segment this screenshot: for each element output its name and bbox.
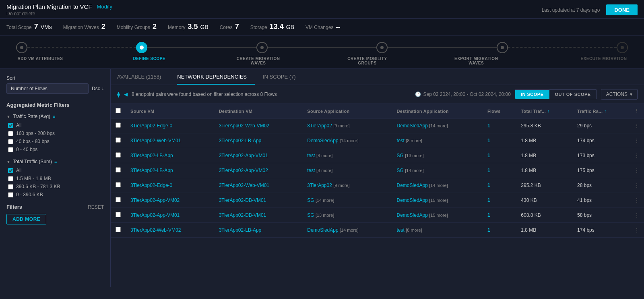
filter-traffic-rate-label: Traffic Rate (Avg)	[13, 114, 50, 119]
sort-label: Sort	[6, 75, 104, 81]
step-line-2	[147, 47, 256, 48]
step-circle-2[interactable]	[136, 42, 147, 53]
row-checkbox-5[interactable]	[111, 193, 126, 208]
progress-steps: ADD VM ATTRIBUTES DEFINE SCOPE CREATE MI…	[0, 35, 644, 69]
chevron-down-icon: ▼	[6, 114, 10, 119]
filters-label: Filters	[6, 204, 22, 210]
tabs-bar: AVAILABLE (1158) NETWORK DEPENDENCIES IN…	[111, 69, 644, 85]
done-button[interactable]: DONE	[606, 4, 638, 15]
main-content: Sort Number of Flows Traffic Rate Total …	[0, 69, 644, 287]
col-traffic-rate[interactable]: Traffic Ra... ↕	[572, 104, 630, 118]
col-flows[interactable]: Flows	[483, 104, 516, 118]
step-circle-3[interactable]	[256, 42, 268, 53]
step-circle-4[interactable]	[376, 42, 388, 53]
row-traffic-rate-2: 173 bps	[572, 148, 630, 163]
stat-vm-changes: VM Changes --	[305, 23, 340, 31]
row-dest-app-0: DemoSledApp [14 more]	[392, 118, 483, 133]
row-source-app-7: DemoSledApp [14 more]	[302, 223, 392, 238]
step-line-3	[268, 47, 376, 48]
tab-available[interactable]: AVAILABLE (1158)	[117, 69, 169, 85]
filter-option-0-390kb[interactable]: 0 - 390.6 KB	[8, 192, 104, 197]
filter-option-all-total[interactable]: All	[8, 168, 104, 173]
row-flows-5: 1	[483, 193, 516, 208]
in-scope-button[interactable]: IN SCOPE	[515, 90, 549, 99]
filter-option-0-40[interactable]: 0 - 40 bps	[8, 147, 104, 152]
row-source-vm-1: 3TierApp02-Web-VM01	[126, 133, 214, 148]
row-checkbox-1[interactable]	[111, 133, 126, 148]
stat-cores: Cores 7	[220, 23, 239, 31]
filter-group-header-traffic[interactable]: ▼ Traffic Rate (Avg) ≡	[6, 114, 104, 119]
row-traffic-rate-1: 174 bps	[572, 133, 630, 148]
table-row: 3TierApp02-Web-VM02 3TierApp02-LB-App De…	[111, 223, 644, 238]
row-source-app-0: 3TierApp02 [9 more]	[302, 118, 392, 133]
chevron-down-icon-actions: ▾	[630, 91, 632, 97]
step-label-5: EXPORT MIGRATION WAVES	[452, 56, 500, 65]
add-more-button[interactable]: ADD MORE	[6, 214, 46, 224]
table-body: 3TierApp02-Edge-0 3TierApp02-Web-VM02 3T…	[111, 118, 644, 238]
filter-option-40-80[interactable]: 40 bps - 80 bps	[8, 139, 104, 144]
col-menu[interactable]: ⋮	[630, 104, 644, 118]
row-checkbox-4[interactable]	[111, 178, 126, 193]
row-menu-7[interactable]: ⋮	[630, 223, 644, 238]
row-checkbox-0[interactable]	[111, 118, 126, 133]
filter-bar-left: ⧫ ◀ 8 endpoint pairs were found based on…	[117, 91, 277, 98]
row-menu-1[interactable]: ⋮	[630, 133, 644, 148]
row-menu-3[interactable]: ⋮	[630, 163, 644, 178]
last-updated-text: Last updated at 7 days ago	[542, 7, 600, 13]
row-source-vm-2: 3TierApp02-LB-App	[126, 148, 214, 163]
col-checkbox	[111, 104, 126, 118]
row-source-vm-5: 3TierApp02-App-VM02	[126, 193, 214, 208]
row-menu-0[interactable]: ⋮	[630, 118, 644, 133]
col-dest-app[interactable]: Destination Application	[392, 104, 483, 118]
filter-section-title: Aggregated Metric Filters	[6, 102, 104, 108]
select-all-checkbox[interactable]	[116, 108, 121, 113]
sort-direction[interactable]: Dsc ↓	[92, 86, 104, 91]
row-dest-vm-6: 3TierApp02-DB-VM01	[214, 208, 303, 223]
actions-button[interactable]: ACTIONS ▾	[601, 89, 638, 100]
row-menu-5[interactable]: ⋮	[630, 193, 644, 208]
row-checkbox-3[interactable]	[111, 163, 126, 178]
row-dest-app-7: test [8 more]	[392, 223, 483, 238]
tab-network-dependencies[interactable]: NETWORK DEPENDENCIES	[177, 69, 255, 85]
row-dest-vm-7: 3TierApp02-LB-App	[214, 223, 303, 238]
step-label-1: ADD VM ATTRIBUTES	[16, 56, 64, 61]
modify-link[interactable]: Modify	[97, 4, 112, 10]
row-traffic-rate-3: 175 bps	[572, 163, 630, 178]
filter-group-header-total[interactable]: ▼ Total Traffic (Sum) ≡	[6, 159, 104, 164]
row-dest-vm-1: 3TierApp02-LB-App	[214, 133, 303, 148]
filter-funnel-icon[interactable]: ⧫	[117, 91, 120, 98]
page-header: Migration Plan Migration to VCF Modify D…	[0, 0, 644, 19]
row-checkbox-6[interactable]	[111, 208, 126, 223]
table-row: 3TierApp02-App-VM01 3TierApp02-DB-VM01 S…	[111, 208, 644, 223]
filter-option-390-781kb[interactable]: 390.6 KB - 781.3 KB	[8, 184, 104, 189]
row-total-traffic-1: 1.8 MB	[516, 133, 572, 148]
col-dest-vm[interactable]: Destination VM	[214, 104, 303, 118]
sort-controls: Number of Flows Traffic Rate Total Traff…	[6, 83, 104, 94]
header-right: Last updated at 7 days ago DONE	[542, 4, 638, 15]
page-title: Migration Plan Migration to VCF	[6, 3, 92, 10]
sort-select[interactable]: Number of Flows Traffic Rate Total Traff…	[6, 83, 89, 94]
date-range-text: Sep 02 2024, 20:00 - Oct 02 2024, 20:00	[423, 91, 511, 97]
row-dest-app-6: DemoSledApp [15 more]	[392, 208, 483, 223]
row-total-traffic-5: 430 KB	[516, 193, 572, 208]
row-menu-6[interactable]: ⋮	[630, 208, 644, 223]
col-total-traffic[interactable]: Total Traf... ↕	[516, 104, 572, 118]
table-header-row: Source VM Destination VM Source Applicat…	[111, 104, 644, 118]
tab-in-scope[interactable]: IN SCOPE (7)	[263, 69, 304, 85]
step-circle-5[interactable]	[497, 42, 508, 53]
row-menu-4[interactable]: ⋮	[630, 178, 644, 193]
row-flows-0: 1	[483, 118, 516, 133]
filter-option-160-200[interactable]: 160 bps - 200 bps	[8, 131, 104, 136]
out-of-scope-button[interactable]: OUT OF SCOPE	[549, 90, 597, 99]
reset-button[interactable]: RESET	[88, 204, 104, 210]
row-menu-2[interactable]: ⋮	[630, 148, 644, 163]
step-circle-1[interactable]	[16, 42, 27, 53]
row-checkbox-2[interactable]	[111, 148, 126, 163]
filter-option-1.5-1.9mb[interactable]: 1.5 MB - 1.9 MB	[8, 176, 104, 181]
col-source-vm[interactable]: Source VM	[126, 104, 214, 118]
col-source-app[interactable]: Source Application	[302, 104, 392, 118]
filter-bar-message: 8 endpoint pairs were found based on fil…	[132, 91, 277, 97]
data-table: Source VM Destination VM Source Applicat…	[111, 104, 644, 287]
row-checkbox-7[interactable]	[111, 223, 126, 238]
filter-option-all-traffic[interactable]: All	[8, 123, 104, 128]
